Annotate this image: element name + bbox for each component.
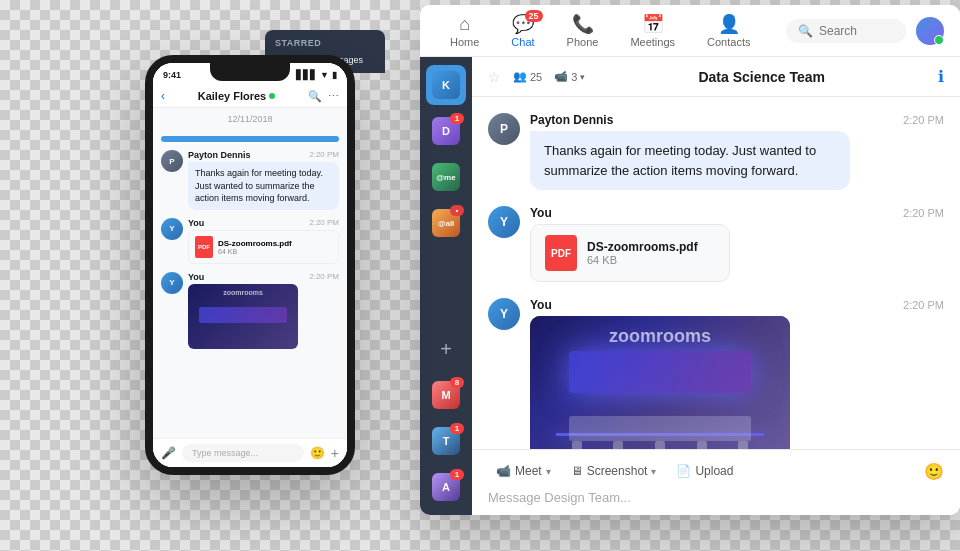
messages-area: P Payton Dennis 2:20 PM Thanks again for… bbox=[472, 97, 960, 449]
sidebar-item-chat7[interactable]: A 1 bbox=[426, 467, 466, 507]
chat-header-meta: ☆ 👥 25 📹 3 ▾ bbox=[488, 69, 585, 85]
chat-toolbar: 📹 Meet ▾ 🖥 Screenshot ▾ 📄 Upload 🙂 bbox=[488, 460, 944, 482]
nav-chat[interactable]: 💬 Chat 25 bbox=[497, 9, 548, 52]
sidebar-item-add[interactable]: + bbox=[426, 329, 466, 369]
active-chat-item[interactable] bbox=[161, 136, 339, 142]
nav-phone-label: Phone bbox=[567, 36, 599, 48]
phone-message-input[interactable]: Type message... bbox=[182, 444, 304, 462]
zoom-room-image: zoomrooms bbox=[530, 316, 790, 449]
phone-input-bar: 🎤 Type message... 🙂 + bbox=[153, 438, 347, 467]
search-input[interactable] bbox=[819, 24, 899, 38]
camera-count: 📹 3 ▾ bbox=[554, 70, 585, 83]
chair bbox=[613, 441, 623, 449]
chair bbox=[738, 441, 748, 449]
zoom-logo: zoomrooms bbox=[609, 326, 711, 347]
screenshot-button[interactable]: 🖥 Screenshot ▾ bbox=[563, 460, 665, 482]
table-row: Y You 2:20 PM PDF DS-zoomrooms.pdf 64 KB bbox=[488, 206, 944, 282]
sidebar-item-chat6[interactable]: T 1 bbox=[426, 421, 466, 461]
image-attachment[interactable]: zoomrooms bbox=[530, 316, 790, 449]
home-icon: ⌂ bbox=[459, 14, 470, 35]
screenshot-icon: 🖥 bbox=[571, 464, 583, 478]
phone-screen-display bbox=[199, 307, 287, 323]
phone-msg-meta: You 2:20 PM bbox=[188, 218, 339, 228]
phone-header: ‹ Kailey Flores 🔍 ⋯ bbox=[153, 85, 347, 108]
date-separator: 12/11/2018 bbox=[153, 108, 347, 130]
phone-messages: P Payton Dennis 2:20 PM Thanks again for… bbox=[153, 130, 347, 438]
nav-home[interactable]: ⌂ Home bbox=[436, 10, 493, 52]
phone-header-actions: 🔍 ⋯ bbox=[308, 90, 339, 103]
desktop-app: ⌂ Home 💬 Chat 25 📞 Phone 📅 Meetings 👤 Co… bbox=[420, 5, 960, 515]
phone-time-msg: 2:20 PM bbox=[309, 272, 339, 282]
search-bar[interactable]: 🔍 bbox=[786, 19, 906, 43]
phone-contact: Kailey Flores bbox=[198, 90, 275, 102]
sidebar-item-2[interactable]: @me bbox=[426, 157, 466, 197]
screen-display bbox=[569, 351, 751, 393]
user-avatar[interactable] bbox=[916, 17, 944, 45]
meet-icon: 📹 bbox=[496, 464, 511, 478]
avatar: Y bbox=[488, 206, 520, 238]
msg-meta: You 2:20 PM bbox=[530, 206, 944, 220]
sidebar-item-chat5[interactable]: M 8 bbox=[426, 375, 466, 415]
chat-header: ☆ 👥 25 📹 3 ▾ Data Science Team ℹ bbox=[472, 57, 960, 97]
msg-time: 2:20 PM bbox=[903, 299, 944, 311]
you-avatar-2: Y bbox=[488, 298, 520, 330]
nav-meetings[interactable]: 📅 Meetings bbox=[616, 9, 689, 52]
microphone-icon[interactable]: 🎤 bbox=[161, 446, 176, 460]
file-info: DS-zoomrooms.pdf 64 KB bbox=[587, 240, 698, 266]
top-nav: ⌂ Home 💬 Chat 25 📞 Phone 📅 Meetings 👤 Co… bbox=[420, 5, 960, 57]
nav-phone[interactable]: 📞 Phone bbox=[553, 9, 613, 52]
chair bbox=[655, 441, 665, 449]
phone-sender: You bbox=[188, 218, 204, 228]
member-count: 👥 25 bbox=[513, 70, 542, 83]
meet-chevron: ▾ bbox=[546, 466, 551, 477]
members-icon: 👥 bbox=[513, 70, 527, 83]
file-size: 64 KB bbox=[587, 254, 698, 266]
signal-icon: ▋▋▋ bbox=[296, 70, 317, 80]
nav-meetings-label: Meetings bbox=[630, 36, 675, 48]
sidebar-item-3[interactable]: @all • bbox=[426, 203, 466, 243]
nav-contacts[interactable]: 👤 Contacts bbox=[693, 9, 764, 52]
search-icon: 🔍 bbox=[798, 24, 813, 38]
phone-image[interactable]: zoomrooms bbox=[188, 284, 298, 349]
msg-time: 2:20 PM bbox=[903, 114, 944, 126]
nav-home-label: Home bbox=[450, 36, 479, 48]
list-item: Y You 2:20 PM zoomrooms bbox=[161, 272, 339, 349]
message-input[interactable]: Message Design Team... bbox=[488, 490, 944, 505]
info-icon[interactable]: ℹ bbox=[938, 67, 944, 86]
phone-emoji-icon[interactable]: 🙂 bbox=[310, 446, 325, 460]
msg-meta: Payton Dennis 2:20 PM bbox=[530, 113, 944, 127]
phone-add-icon[interactable]: + bbox=[331, 445, 339, 461]
msg-time: 2:20 PM bbox=[903, 207, 944, 219]
phone-you-avatar: Y bbox=[161, 218, 183, 240]
sidebar: K D 1 @me @all • + M 8 T 1 bbox=[420, 57, 472, 515]
phone-search-icon[interactable]: 🔍 bbox=[308, 90, 322, 103]
avatar: P bbox=[488, 113, 520, 145]
pdf-icon: PDF bbox=[545, 235, 577, 271]
file-attachment[interactable]: PDF DS-zoomrooms.pdf 64 KB bbox=[530, 224, 730, 282]
sidebar-item-0[interactable]: K bbox=[426, 65, 466, 105]
msg-content: You 2:20 PM zoomrooms bbox=[530, 298, 944, 449]
sidebar-item-1[interactable]: D 1 bbox=[426, 111, 466, 151]
contacts-icon: 👤 bbox=[718, 13, 740, 35]
upload-button[interactable]: 📄 Upload bbox=[668, 460, 741, 482]
meet-button[interactable]: 📹 Meet ▾ bbox=[488, 460, 559, 482]
phone-avatar: P bbox=[161, 150, 183, 172]
phone-file[interactable]: PDF DS-zoomrooms.pdf 64 KB bbox=[188, 230, 339, 264]
phone-time-msg: 2:20 PM bbox=[309, 218, 339, 228]
phone-file-info: DS-zoomrooms.pdf 64 KB bbox=[218, 239, 292, 255]
table-row: Y You 2:20 PM zoomrooms bbox=[488, 298, 944, 449]
phone-msg-meta: Payton Dennis 2:20 PM bbox=[188, 150, 339, 160]
star-icon[interactable]: ☆ bbox=[488, 69, 501, 85]
avatar: Y bbox=[488, 298, 520, 330]
phone-icon: 📞 bbox=[572, 13, 594, 35]
starred-title: STARRED bbox=[275, 38, 375, 48]
back-button[interactable]: ‹ bbox=[161, 89, 165, 103]
list-item: Y You 2:20 PM PDF DS-zoomrooms.pdf 64 KB bbox=[161, 218, 339, 264]
phone-notch bbox=[210, 63, 290, 81]
list-item: P Payton Dennis 2:20 PM Thanks again for… bbox=[161, 150, 339, 210]
phone-msg-content: You 2:20 PM PDF DS-zoomrooms.pdf 64 KB bbox=[188, 218, 339, 264]
phone-time-msg: 2:20 PM bbox=[309, 150, 339, 160]
emoji-button[interactable]: 🙂 bbox=[924, 462, 944, 481]
phone-file-size: 64 KB bbox=[218, 248, 292, 255]
phone-more-icon[interactable]: ⋯ bbox=[328, 90, 339, 103]
